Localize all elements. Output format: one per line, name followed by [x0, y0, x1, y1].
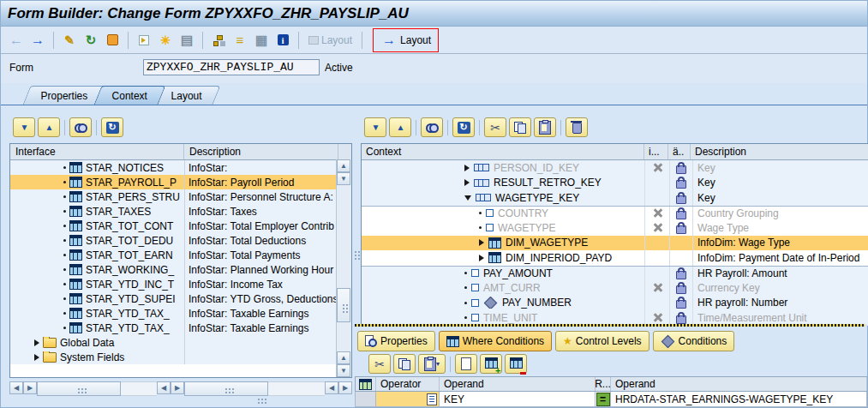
tree-item-selected[interactable]: STAR_PAYROLL_PInfoStar: Payroll Period	[10, 175, 338, 189]
cut-button[interactable]: ✂	[368, 354, 391, 374]
column-header-description[interactable]: Description	[691, 144, 868, 159]
tree-item[interactable]: STAR_PERS_STRUInfoStar: Personnel Struct…	[10, 189, 338, 204]
column-header-context[interactable]: Context	[362, 144, 644, 159]
context-row-selected[interactable]: DIM_WAGETYPEInfoDim: Wage Type	[362, 236, 868, 251]
context-row[interactable]: PERSON_ID_KEYKey	[362, 160, 868, 176]
find-button[interactable]	[421, 117, 443, 137]
tab-context[interactable]: Context	[93, 86, 165, 105]
operand2-cell[interactable]: HRDATA-STAR_EARNINGS-WAGETYPE_KEY	[611, 392, 867, 406]
context-row[interactable]: RESULT_RETRO_KEYKey	[362, 176, 868, 191]
cut-button[interactable]: ✂	[484, 117, 506, 137]
tree-folder-system-fields[interactable]: System Fields	[10, 350, 338, 364]
scroll-up-button[interactable]: ▲	[337, 159, 350, 172]
tree-item[interactable]: STAR_TOT_CONTInfoStar: Total Employer Co…	[10, 219, 338, 233]
scroll-up-button[interactable]: ▲	[337, 351, 350, 364]
value-list-icon[interactable]	[427, 393, 437, 405]
horizontal-scrollbar[interactable]: ◀ ▶ ◀ ▶ ◀ ▶	[9, 381, 352, 396]
test-icon[interactable]: ▤	[178, 32, 195, 49]
column-header-description[interactable]: Description	[184, 144, 338, 159]
tree-item[interactable]: STAR_TAXESInfoStar: Taxes	[10, 204, 338, 219]
form-name-field[interactable]	[143, 59, 320, 75]
column-header-inactive[interactable]: i...	[644, 144, 668, 159]
forward-icon[interactable]: →	[29, 32, 46, 49]
column-header-relation[interactable]: R...	[596, 377, 611, 391]
copy-button[interactable]	[393, 354, 416, 374]
tree-folder-global-data[interactable]: Global Data	[10, 335, 338, 350]
splitter-grip[interactable]	[258, 399, 260, 400]
column-header-operand[interactable]: Operand	[440, 377, 596, 391]
scroll-right-button[interactable]: ▶	[23, 381, 37, 394]
splitter-grip[interactable]	[355, 251, 356, 253]
expand-arrow-icon[interactable]	[479, 239, 484, 246]
scroll-right-button[interactable]: ▶	[171, 381, 184, 394]
info-icon[interactable]: i	[274, 32, 291, 49]
tab-where-conditions[interactable]: Where Conditions	[439, 331, 552, 351]
hierarchy-icon[interactable]	[210, 32, 227, 49]
scroll-left-button[interactable]: ◀	[325, 381, 338, 394]
back-icon[interactable]: ←	[8, 32, 25, 49]
context-row[interactable]: WAGETYPEWage Type	[362, 220, 868, 236]
context-row[interactable]: TIME_UNITTime/Measurement Unit	[362, 310, 868, 326]
context-row[interactable]: DIM_INPERIOD_PAYDInfoDim: Payment Date o…	[362, 250, 868, 266]
vertical-scrollbar[interactable]: ▲ ▼ ▲ ▼	[336, 159, 351, 377]
scroll-down-button[interactable]: ▼	[337, 364, 350, 377]
scroll-right-button[interactable]: ▶	[338, 381, 352, 394]
column-header-operator[interactable]: Operator	[376, 377, 440, 391]
column-header-select[interactable]	[356, 377, 376, 391]
row-selector[interactable]	[356, 392, 376, 406]
scrollbar-thumb[interactable]	[337, 288, 350, 322]
expand-arrow-icon[interactable]	[464, 179, 470, 186]
tree-item[interactable]: STAR_WORKING_InfoStar: Planned Working H…	[10, 262, 338, 277]
find-button[interactable]	[69, 117, 92, 137]
consistency-check-icon[interactable]	[135, 32, 153, 49]
expand-arrow-icon[interactable]	[479, 255, 484, 261]
context-row[interactable]: PAY_AMOUNTHR Payroll: Amount	[362, 266, 868, 281]
context-row[interactable]: COUNTRYCountry Grouping	[362, 206, 868, 221]
tab-control-levels[interactable]: ★Control Levels	[555, 331, 649, 351]
collapse-all-button[interactable]: ▲	[38, 117, 60, 137]
collapse-arrow-icon[interactable]	[464, 195, 471, 201]
copy-form-icon[interactable]	[104, 32, 121, 49]
scrollbar-thumb[interactable]	[184, 381, 268, 396]
operand-cell[interactable]: KEY	[440, 392, 596, 406]
expand-arrow-icon[interactable]	[34, 354, 39, 361]
expand-all-button[interactable]: ▼	[13, 117, 35, 137]
tree-item[interactable]: STAR_YTD_TAX_InfoStar: Taxable Earnings	[10, 306, 338, 321]
condition-row[interactable]: KEY = HRDATA-STAR_EARNINGS-WAGETYPE_KEY	[355, 392, 867, 407]
scroll-down-button[interactable]: ▼	[337, 172, 350, 185]
expand-arrow-icon[interactable]	[34, 339, 39, 346]
scrollbar-thumb[interactable]	[37, 381, 121, 396]
delete-button[interactable]	[566, 117, 588, 137]
collapse-all-button[interactable]: ▲	[389, 117, 411, 137]
context-row[interactable]: AMT_CURRCurrency Key	[362, 280, 868, 296]
context-row[interactable]: PAY_NUMBERHR payroll: Number	[362, 296, 868, 311]
scrollbar-track[interactable]	[268, 381, 325, 396]
refresh-button[interactable]: ↻	[101, 117, 123, 137]
relation-cell[interactable]: =	[596, 392, 611, 406]
tree-item[interactable]: STAR_TOT_DEDUInfoStar: Total Deductions	[10, 233, 338, 248]
activate-icon[interactable]: ✳	[157, 32, 174, 49]
check-icon[interactable]: ↻	[82, 32, 99, 49]
insert-line-button[interactable]: +	[480, 354, 502, 374]
tab-properties-detail[interactable]: Properties	[357, 331, 435, 351]
column-header-interface[interactable]: Interface	[10, 144, 184, 159]
paste-button[interactable]	[534, 117, 556, 137]
create-line-button[interactable]	[455, 354, 477, 374]
scrollbar-track[interactable]	[121, 381, 157, 396]
refresh-button[interactable]: ↻	[452, 117, 475, 137]
copy-button[interactable]	[509, 117, 531, 137]
tree-item[interactable]: STAR_YTD_SUPEIInfoStar: YTD Gross, Deduc…	[10, 291, 338, 306]
column-header-lock[interactable]: ä..	[668, 144, 691, 159]
column-header-operand2[interactable]: Operand	[611, 377, 867, 391]
tree-item[interactable]: STAR_YTD_INC_TInfoStar: Income Tax	[10, 277, 338, 291]
expand-all-button[interactable]: ▼	[364, 117, 386, 137]
display-change-icon[interactable]: ✎	[61, 32, 78, 49]
tab-conditions[interactable]: Conditions	[653, 331, 735, 351]
context-row[interactable]: WAGETYPE_KEYKey	[362, 190, 868, 206]
table-view-icon[interactable]: ▦	[253, 32, 270, 49]
tree-item[interactable]: STAR_NOTICESInfoStar:	[10, 160, 338, 175]
goto-layout-button[interactable]: → Layout	[378, 31, 434, 50]
operator-cell[interactable]	[376, 392, 440, 406]
splitter-dotted-line[interactable]	[355, 324, 865, 327]
scroll-left-button[interactable]: ◀	[9, 381, 23, 394]
